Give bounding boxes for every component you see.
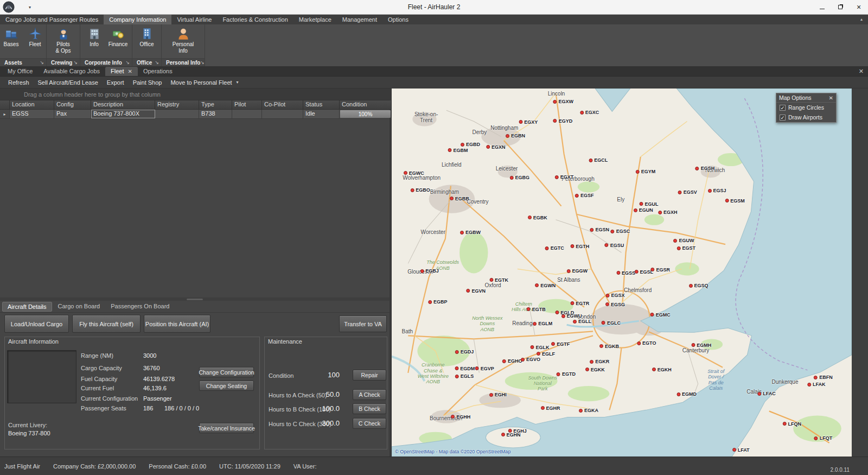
airport-marker-egyd[interactable]: EGYD [553,118,573,124]
airport-marker-egym[interactable]: EGYM [636,169,656,174]
checkbox-range-circles[interactable]: ✓Range Circles [776,103,836,112]
airport-marker-eghr[interactable]: EGHR [541,406,560,411]
airport-marker-egtc[interactable]: EGTC [545,245,564,251]
airport-marker-egvn[interactable]: EGVN [466,288,486,294]
airport-marker-egsn[interactable]: EGSN [590,227,610,232]
airport-marker-egsm[interactable]: EGSM [725,198,745,204]
airport-marker-egxt[interactable]: EGXT [555,174,574,180]
c-check-button[interactable]: C Check [353,418,386,429]
airport-marker-egdj[interactable]: EGDJ [455,349,474,354]
ribbon-tab-company-information[interactable]: Company Information [104,15,171,24]
tab-fleet[interactable]: Fleet✕ [105,67,138,76]
airport-marker-egsu[interactable]: EGSU [605,243,624,248]
airport-marker-egvo[interactable]: EGVO [521,357,540,362]
airport-marker-lfat[interactable]: LFAT [732,447,750,453]
change-configuration-button[interactable]: Change Configuration [199,367,254,377]
airport-marker-egto[interactable]: EGTO [637,340,656,346]
dialog-launcher-icon[interactable]: ↘ [155,60,159,65]
airport-marker-lfak[interactable]: LFAK [807,382,826,387]
airport-marker-egkk[interactable]: EGKK [585,367,605,372]
column-header-config[interactable]: Config [54,100,91,109]
airport-marker-egll[interactable]: EGLL [573,319,591,324]
airport-marker-egtd[interactable]: EGTD [557,371,576,377]
column-header-type[interactable]: Type [199,100,232,109]
tab-available-cargo-jobs[interactable]: Available Cargo Jobs [38,67,105,76]
load-unload-cargo-button[interactable]: Load/Unload Cargo [4,315,69,333]
airport-marker-egth[interactable]: EGTH [570,244,589,249]
airport-marker-lfqt[interactable]: LFQT [814,435,833,441]
change-seating-button[interactable]: Change Seating [199,381,254,391]
tab-operations[interactable]: Operations [138,67,178,76]
pilots-ops-button[interactable]: Pilots & Ops [53,27,74,54]
airport-marker-egxh[interactable]: EGXH [658,210,678,215]
ribbon-tab-marketplace[interactable]: Marketplace [293,15,337,24]
tab-close-icon[interactable]: ✕ [127,68,132,74]
airport-marker-egho[interactable]: EGHO [502,358,522,364]
airport-marker-egtk[interactable]: EGTK [489,277,508,283]
airport-marker-lfac[interactable]: LFAC [757,391,776,396]
airport-marker-egun[interactable]: EGUN [634,207,653,213]
refresh-button[interactable]: Refresh [4,78,33,87]
airport-marker-egsg[interactable]: EGSG [605,302,625,307]
airport-marker-egxy[interactable]: EGXY [519,119,538,125]
personal-info-button[interactable]: Personal Info [173,27,194,54]
airport-marker-egst[interactable]: EGST [676,245,695,251]
table-row[interactable]: ▸EGSSPaxBoeing 737-800XB738Idle100% [0,110,390,119]
airport-marker-egbd[interactable]: EGBD [461,142,480,147]
airport-marker-egss[interactable]: EGSS [616,270,635,276]
airport-marker-egtf[interactable]: EGTF [551,341,570,347]
office-button[interactable]: Office [136,27,158,48]
document-close-icon[interactable]: ✕ [859,68,864,75]
fleet-button[interactable]: Fleet [24,27,46,48]
airport-marker-egdm[interactable]: EGDM [455,366,475,371]
airport-marker-egbb[interactable]: EGBB [450,196,469,201]
map-panel[interactable]: LincolnStoke-on- TrentDerbyNottinghamLei… [392,88,852,457]
repair-button[interactable]: Repair [353,370,386,381]
airport-marker-egwc[interactable]: EGWC [404,170,424,176]
airport-marker-eglf[interactable]: EGLF [537,351,555,357]
minimize-button[interactable] [813,0,831,14]
airport-marker-egmh[interactable]: EGMH [691,343,711,348]
airport-marker-egwu[interactable]: EGWU [561,313,582,319]
position-this-aircraft-button[interactable]: Position this Aircraft (AI) [144,315,210,333]
bases-button[interactable]: Bases [1,27,22,48]
airport-marker-egmd[interactable]: EGMD [676,391,697,397]
airport-marker-egvp[interactable]: EGVP [475,366,494,371]
airport-marker-eghh[interactable]: EGHH [451,414,470,420]
airport-marker-egmc[interactable]: EGMC [650,312,671,318]
airport-marker-eglk[interactable]: EGLK [531,345,550,350]
map-attribution[interactable]: © OpenStreetMap - Map data ©2020 OpenStr… [395,449,510,454]
checkbox-draw-airports[interactable]: ✓Draw Airports [776,112,836,122]
map-options-close-icon[interactable]: ✕ [829,95,833,101]
take-cancel-insurance-button[interactable]: Take/cancel Insurance [199,423,254,433]
paint-shop-button[interactable]: Paint Shop [129,78,166,87]
airport-marker-eglm[interactable]: EGLM [533,321,552,326]
airport-marker-egbm[interactable]: EGBM [448,148,468,153]
column-header-description[interactable]: Description [91,100,155,109]
sell-aircraft-end-lease-button[interactable]: Sell Aircraft/End Lease [34,78,102,87]
airport-marker-eggw[interactable]: EGGW [566,268,588,274]
airport-marker-eglc[interactable]: EGLC [602,320,621,326]
export-button[interactable]: Export [103,78,128,87]
dropdown-arrow-icon[interactable]: ▾ [235,79,240,85]
airport-marker-egbn[interactable]: EGBN [506,133,525,138]
airport-marker-egls[interactable]: EGLS [455,373,474,379]
column-header-location[interactable]: Location [10,100,54,109]
dialog-launcher-icon[interactable]: ↘ [200,60,205,65]
airport-marker-egcl[interactable]: EGCL [589,157,608,163]
airport-marker-egka[interactable]: EGKA [579,408,598,413]
dialog-launcher-icon[interactable]: ↘ [73,60,78,65]
airport-marker-egxw[interactable]: EGXW [553,99,574,104]
airport-marker-egxc[interactable]: EGXC [580,110,599,115]
airport-marker-egtr[interactable]: EGTR [570,301,589,306]
airport-marker-egbo[interactable]: EGBO [410,187,430,193]
airport-marker-egsq[interactable]: EGSQ [689,283,709,288]
fly-this-aircraft-button[interactable]: Fly this Aircraft (self) [72,315,141,333]
finance-button[interactable]: Finance [107,27,129,48]
airport-marker-egbw[interactable]: EGBW [460,230,481,235]
b-check-button[interactable]: B Check [353,403,386,414]
ribbon-tab-virtual-airline[interactable]: Virtual Airline [171,15,217,24]
airport-marker-egsj[interactable]: EGSJ [708,188,726,193]
close-button[interactable]: × [850,0,868,14]
airport-marker-egkb[interactable]: EGKB [599,344,619,349]
